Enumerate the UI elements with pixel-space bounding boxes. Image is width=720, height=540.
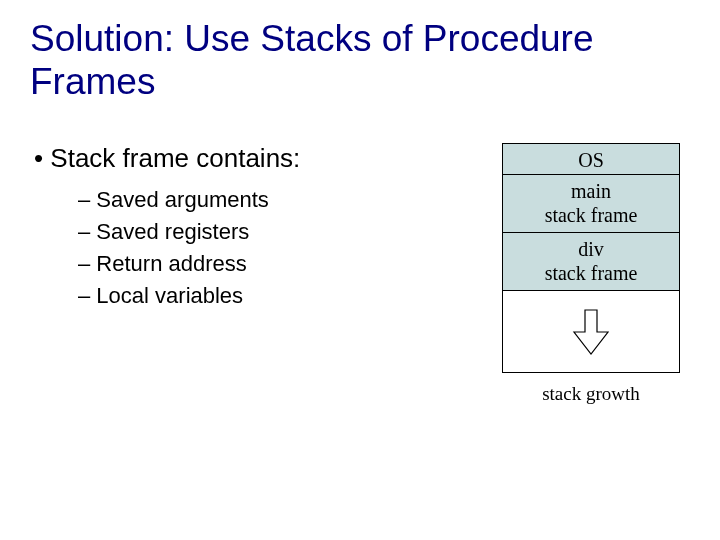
bullet-column: Stack frame contains: Saved arguments Sa… [30, 143, 482, 312]
frame-label-line2: stack frame [545, 204, 638, 226]
sub-bullet-item: Saved arguments [78, 184, 482, 216]
content-row: Stack frame contains: Saved arguments Sa… [30, 143, 690, 405]
sub-bullet-item: Return address [78, 248, 482, 280]
frame-label-line1: div [578, 238, 604, 260]
down-arrow-icon [572, 308, 610, 356]
sub-bullet-item: Local variables [78, 280, 482, 312]
sub-bullet-list: Saved arguments Saved registers Return a… [30, 184, 482, 312]
stack-div-frame: div stack frame [502, 233, 680, 291]
bullet-main: Stack frame contains: [30, 143, 482, 174]
sub-bullet-item: Saved registers [78, 216, 482, 248]
stack-diagram: OS main stack frame div stack frame stac… [502, 143, 680, 405]
slide-title: Solution: Use Stacks of Procedure Frames [30, 18, 690, 103]
stack-os-box: OS [502, 143, 680, 175]
stack-main-frame: main stack frame [502, 175, 680, 233]
frame-label-line2: stack frame [545, 262, 638, 284]
stack-empty-box [502, 291, 680, 373]
stack-growth-label: stack growth [502, 383, 680, 405]
frame-label-line1: main [571, 180, 611, 202]
